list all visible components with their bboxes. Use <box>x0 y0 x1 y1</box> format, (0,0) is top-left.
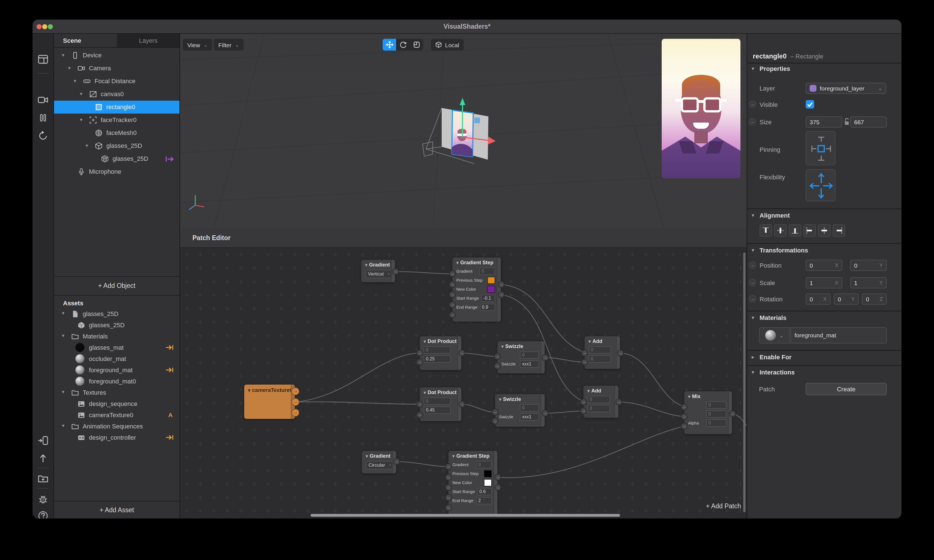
node-input-field[interactable]: 0 <box>424 397 451 405</box>
scene-row-focal-distance[interactable]: ▾ Focal Distance <box>54 75 179 88</box>
disclosure-triangle-icon[interactable]: ▾ <box>80 114 82 126</box>
node-input-field[interactable]: 0 <box>706 419 726 426</box>
node-input-field[interactable]: 2 <box>476 497 492 504</box>
simulator-camera-icon[interactable] <box>38 94 48 105</box>
asset-row-foreground-mat[interactable]: foreground_mat <box>54 364 179 375</box>
add-object-button[interactable]: + Add Object <box>54 276 179 296</box>
node-collapse-icon[interactable]: ▾ <box>587 389 590 394</box>
scene-row-facemesh0[interactable]: faceMesh0 <box>54 126 179 140</box>
node-collapse-icon[interactable]: ▾ <box>452 454 455 459</box>
scene-row-glasses-25d[interactable]: ▾ glasses_25D <box>54 140 179 152</box>
patch-node-mix[interactable]: ▾Mix 0 0 Alpha0 → → → → <box>684 391 732 434</box>
asset-row-design-sequence[interactable]: design_sequence <box>54 398 179 409</box>
align-right-button[interactable] <box>833 224 845 237</box>
input-port[interactable]: → <box>494 363 501 369</box>
output-port[interactable]: → <box>495 474 501 481</box>
debug-icon[interactable] <box>38 494 48 504</box>
node-collapse-icon[interactable]: ▾ <box>499 397 501 402</box>
disclosure-triangle-icon[interactable]: ▾ <box>62 420 65 431</box>
scale-tool-icon[interactable] <box>410 39 423 51</box>
disclosure-triangle-icon[interactable]: ▾ <box>62 308 65 319</box>
asset-row-occluder-mat[interactable]: occluder_mat <box>54 353 179 364</box>
publish-icon[interactable] <box>38 453 48 464</box>
patch-port-icon[interactable]: → <box>749 101 756 108</box>
node-input-field[interactable]: 0 <box>587 405 610 412</box>
asset-row-glasses-mat[interactable]: glasses_mat <box>54 342 179 353</box>
patch-node-camera-texture0[interactable]: ▾cameraTexture0 → → → <box>244 385 295 419</box>
node-input-field[interactable]: 0 <box>520 351 539 358</box>
node-collapse-icon[interactable]: ▾ <box>365 263 367 268</box>
input-port[interactable]: → <box>681 423 687 429</box>
asset-row-glasses-25d-mesh[interactable]: glasses_25D <box>54 319 179 331</box>
output-port[interactable]: → <box>392 268 399 275</box>
input-port[interactable]: → <box>581 350 588 357</box>
node-collapse-icon[interactable]: ▾ <box>589 339 591 344</box>
node-collapse-icon[interactable]: ▾ <box>424 390 426 395</box>
node-collapse-icon[interactable]: ▾ <box>366 454 368 459</box>
asset-row-glasses-25d[interactable]: ▾ glasses_25D <box>54 308 179 319</box>
scene-row-facetracker0[interactable]: ▾ faceTracker0 <box>54 114 179 126</box>
input-port[interactable]: → <box>445 474 452 481</box>
node-input-field[interactable]: xxx1 <box>520 413 539 420</box>
node-input-field[interactable]: 0 <box>479 267 495 275</box>
patch-node-gradient-step-top[interactable]: ▾Gradient Step Gradient0 Previous Step N… <box>452 257 501 322</box>
node-collapse-icon[interactable]: ▾ <box>456 260 459 265</box>
output-port[interactable]: → <box>459 401 465 408</box>
section-transformations[interactable]: Transformations <box>760 247 808 254</box>
scene-row-camera[interactable]: ▾ Camera <box>54 62 179 75</box>
visible-checkbox[interactable] <box>806 100 814 109</box>
close-window-button[interactable] <box>37 24 42 29</box>
help-icon[interactable] <box>38 511 48 518</box>
layer-dropdown[interactable]: foreground_layer ⌄ <box>806 83 886 94</box>
scale-y-input[interactable]: 1Y <box>850 277 887 288</box>
patch-node-gradient-circular[interactable]: ▾Gradient Circular⌄ → <box>362 451 396 474</box>
patch-port-icon[interactable]: → <box>749 118 756 125</box>
asset-row-camera-texture0[interactable]: cameraTexture0 A <box>54 409 179 420</box>
disclosure-triangle-icon[interactable]: ▾ <box>74 75 76 88</box>
disclosure-triangle-icon[interactable]: ▾ <box>752 248 754 253</box>
align-vertical-center-button[interactable] <box>774 224 787 237</box>
rotation-y-input[interactable]: 0Y <box>834 294 858 305</box>
viewport-3d[interactable]: View⌄ Filter⌄ Local <box>180 34 747 228</box>
input-port[interactable]: → <box>445 504 452 511</box>
create-patch-button[interactable]: Create <box>806 383 887 395</box>
position-y-input[interactable]: 0Y <box>850 260 887 271</box>
color-swatch[interactable] <box>484 470 492 477</box>
disclosure-triangle-icon[interactable]: ▾ <box>62 330 65 341</box>
gradient-type-dropdown[interactable]: Circular⌄ <box>366 461 395 469</box>
input-port[interactable]: → <box>494 353 501 360</box>
output-port[interactable]: → <box>498 281 505 288</box>
asset-row-textures-folder[interactable]: ▾ Textures <box>54 387 179 398</box>
align-left-button[interactable] <box>803 224 816 237</box>
gradient-type-dropdown[interactable]: Vertical⌄ <box>365 270 393 278</box>
input-port[interactable]: → <box>581 359 588 365</box>
patch-port-icon[interactable]: → <box>749 279 756 286</box>
scene-row-device[interactable]: ▾ Device <box>54 49 179 62</box>
input-port[interactable]: → <box>445 484 452 491</box>
disclosure-triangle-icon[interactable]: ▾ <box>752 212 754 218</box>
output-port[interactable]: → <box>542 354 549 361</box>
scene-row-glasses-25d-mesh[interactable]: glasses_25D <box>54 152 179 165</box>
patch-node-gradient-step-bottom[interactable]: ▾Gradient Step Gradient0 Previous Step N… <box>449 451 497 515</box>
input-port[interactable]: → <box>449 302 456 308</box>
disclosure-triangle-icon[interactable]: ▾ <box>62 386 65 397</box>
disclosure-triangle-icon[interactable]: ▾ <box>62 49 65 62</box>
disclosure-triangle-icon[interactable]: ▾ <box>68 62 71 75</box>
material-thumb-dropdown[interactable]: ⌄ <box>759 327 790 343</box>
patch-node-swizzle-bottom[interactable]: ▾Swizzle 0 Swizzlexxx1 → → → <box>495 394 545 427</box>
input-port[interactable]: → <box>416 401 423 408</box>
tab-scene[interactable]: Scene <box>54 34 117 47</box>
flexibility-widget[interactable] <box>806 169 835 201</box>
node-input-field[interactable]: 0 <box>706 410 726 417</box>
filter-dropdown[interactable]: Filter⌄ <box>214 39 244 51</box>
asset-row-design-controller[interactable]: design_controller <box>54 432 179 443</box>
layout-icon[interactable] <box>38 54 48 65</box>
node-input-field[interactable]: 0.45 <box>424 406 451 414</box>
scene-row-canvas0[interactable]: ▾ canvas0 <box>54 88 179 101</box>
output-port[interactable]: → <box>498 291 505 298</box>
patch-node-dot-product-top[interactable]: ▾Dot Product 0 0.25 → → → <box>420 336 461 370</box>
patch-port-icon[interactable]: → <box>749 295 756 303</box>
asset-row-foreground-mat0[interactable]: foreground_mat0 <box>54 375 179 387</box>
output-port[interactable]: → <box>291 409 299 417</box>
node-input-field[interactable]: xxx1 <box>520 360 539 368</box>
